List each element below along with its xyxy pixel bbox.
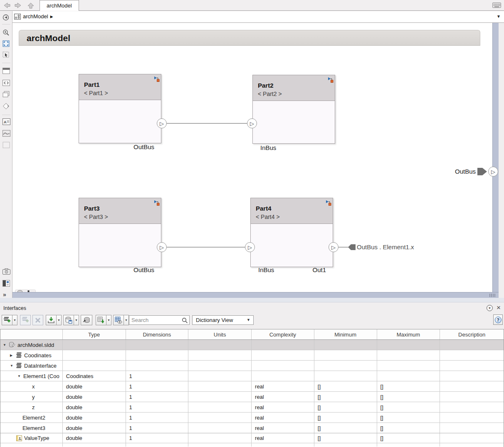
delete-button-disabled[interactable]: [32, 315, 43, 325]
code-icon[interactable]: [2, 80, 10, 86]
open-dictionary-button[interactable]: [81, 315, 92, 325]
output-port-part4[interactable]: ▷: [329, 242, 338, 252]
cell-description[interactable]: [440, 340, 504, 350]
cell-complexity[interactable]: [252, 361, 314, 371]
view-selector[interactable]: Dictionary View ▼: [192, 315, 254, 325]
up-button[interactable]: [26, 2, 35, 9]
export-table-dropdown[interactable]: ▼: [106, 315, 111, 325]
cell-units[interactable]: [188, 392, 252, 402]
cell-dimensions[interactable]: [126, 350, 189, 360]
canvas-vertical-scrollbar[interactable]: [492, 23, 499, 292]
cell-type[interactable]: Coodinates: [63, 371, 126, 381]
cell-units[interactable]: [188, 381, 252, 391]
component-part4[interactable]: Part4 < Part4 > InBus Out1: [250, 198, 333, 267]
tab-archmodel[interactable]: archModel: [40, 0, 79, 11]
panel-splitter[interactable]: [0, 298, 504, 302]
fit-to-view-icon[interactable]: [2, 40, 10, 47]
annotation-icon[interactable]: A: [2, 118, 10, 125]
cell-type[interactable]: double: [63, 392, 126, 402]
behavior-badge-icon[interactable]: [153, 76, 160, 84]
cell-maximum[interactable]: [377, 340, 440, 350]
cell-type[interactable]: [63, 350, 126, 360]
cell-dimensions[interactable]: 1: [126, 371, 189, 381]
keyboard-icon[interactable]: [492, 2, 501, 10]
cell-maximum[interactable]: []: [377, 433, 440, 443]
breadcrumb-expand-icon[interactable]: ▶: [50, 15, 53, 19]
collapse-caret-icon[interactable]: ▶: [10, 354, 14, 357]
canvas-horizontal-scrollbar[interactable]: [12, 292, 499, 298]
column-header-complexity[interactable]: Complexity: [252, 329, 314, 339]
cell-complexity[interactable]: real: [252, 392, 314, 402]
cell-description[interactable]: [440, 402, 504, 412]
component-part3[interactable]: Part3 < Part3 > OutBus: [79, 198, 161, 267]
table-row-element3[interactable]: Element3 double 1 real [] []: [0, 423, 504, 433]
cell-minimum[interactable]: []: [314, 381, 377, 391]
back-button[interactable]: [2, 2, 11, 9]
connector-part3-part4[interactable]: [167, 247, 245, 248]
output-port-part1[interactable]: ▷: [157, 118, 167, 128]
cell-minimum[interactable]: [314, 340, 377, 350]
add-interface-dropdown[interactable]: ▼: [12, 315, 17, 325]
table-row-archmodel-sldd[interactable]: ▼ archModel.sldd: [0, 340, 504, 350]
save-dictionary-dropdown[interactable]: ▼: [74, 315, 79, 325]
column-header-maximum[interactable]: Maximum: [377, 329, 440, 339]
cell-units[interactable]: [188, 340, 252, 350]
cell-description[interactable]: [440, 350, 504, 360]
cell-dimensions[interactable]: 1: [126, 433, 189, 443]
column-header-description[interactable]: Description: [440, 329, 504, 339]
legend-icon[interactable]: [2, 280, 10, 287]
column-header-dimensions[interactable]: Dimensions: [126, 329, 189, 339]
cell-dimensions[interactable]: [126, 361, 189, 371]
behavior-badge-icon[interactable]: [153, 199, 160, 208]
cell-complexity[interactable]: real: [252, 381, 314, 391]
route-diamond-icon[interactable]: [2, 103, 10, 109]
cell-dimensions[interactable]: 1: [126, 423, 189, 433]
behavior-badge-icon[interactable]: [325, 199, 331, 208]
select-mode-icon[interactable]: [2, 52, 10, 58]
cell-description[interactable]: [440, 371, 504, 381]
connector-part1-part2[interactable]: [167, 123, 247, 124]
cell-description[interactable]: [440, 433, 504, 443]
connector-out1-ref[interactable]: [338, 247, 348, 248]
cell-description[interactable]: [440, 423, 504, 433]
cell-maximum[interactable]: []: [377, 381, 440, 391]
cell-description[interactable]: [440, 413, 504, 422]
cell-complexity[interactable]: [252, 350, 314, 360]
cell-dimensions[interactable]: 1: [126, 413, 189, 422]
cell-units[interactable]: [188, 371, 252, 381]
add-interface-button[interactable]: [2, 315, 12, 325]
cell-type[interactable]: double: [63, 433, 126, 443]
more-tools-icon[interactable]: »: [3, 291, 6, 298]
cell-maximum[interactable]: [377, 361, 440, 371]
cell-minimum[interactable]: []: [314, 423, 377, 433]
cell-maximum[interactable]: []: [377, 413, 440, 422]
cell-maximum[interactable]: []: [377, 423, 440, 433]
add-element-button-disabled[interactable]: [20, 315, 31, 325]
column-header-minimum[interactable]: Minimum: [314, 329, 377, 339]
interface-ref-label[interactable]: OutBus . Element1.x: [357, 243, 414, 251]
column-header-type[interactable]: Type: [63, 329, 126, 339]
table-row-valuetype[interactable]: ValueType double 1 real [] []: [0, 433, 504, 443]
breadcrumb-dropdown-icon[interactable]: ▼: [497, 14, 501, 19]
cell-units[interactable]: [188, 433, 252, 443]
cell-dimensions[interactable]: 1: [126, 381, 189, 391]
cell-minimum[interactable]: []: [314, 413, 377, 422]
diagram-canvas[interactable]: archModel Part1 < Part1 > OutBus ▷ Part2…: [12, 23, 492, 292]
cell-type[interactable]: [63, 340, 126, 350]
panel-close-button[interactable]: ×: [497, 304, 501, 312]
cell-complexity[interactable]: real: [252, 433, 314, 443]
help-button[interactable]: ?: [493, 314, 503, 325]
search-icon[interactable]: [182, 317, 188, 325]
cell-complexity[interactable]: real: [252, 413, 314, 422]
cell-dimensions[interactable]: 1: [126, 402, 189, 412]
expand-caret-icon[interactable]: ▼: [10, 364, 14, 368]
cell-units[interactable]: [188, 413, 252, 422]
panel-collapse-button[interactable]: ▼: [487, 305, 493, 311]
save-dictionary-button[interactable]: [63, 315, 74, 325]
cell-minimum[interactable]: []: [314, 392, 377, 402]
cell-minimum[interactable]: [314, 371, 377, 381]
expand-caret-icon[interactable]: ▼: [3, 343, 7, 347]
cell-type[interactable]: double: [63, 381, 126, 391]
cell-type[interactable]: double: [63, 423, 126, 433]
cell-minimum[interactable]: [314, 361, 377, 371]
